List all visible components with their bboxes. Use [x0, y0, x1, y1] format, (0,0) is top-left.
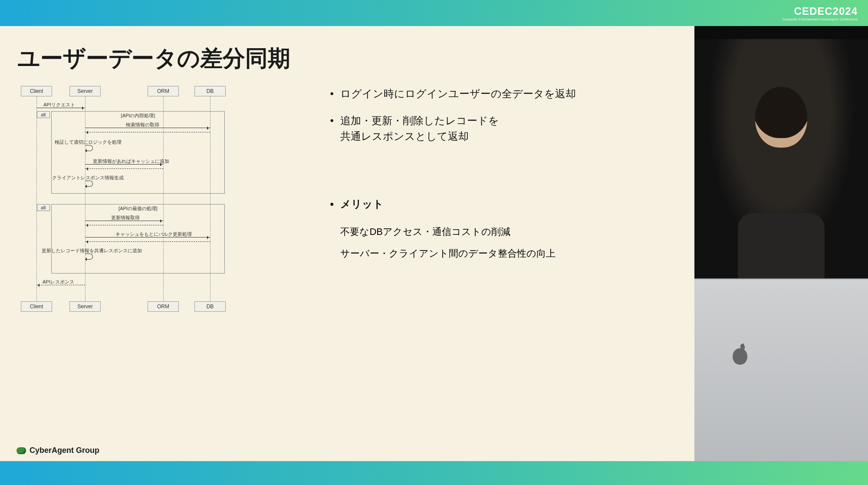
- msg-validate-logic: 検証して適切にロジックを処理: [55, 139, 122, 145]
- arrow-cache-if-update: [85, 164, 163, 165]
- merit-line-1: 不要なDBアクセス・通信コストの削減: [328, 223, 677, 241]
- arrow-bulk-update: [85, 237, 210, 238]
- participant-db-bottom: DB: [194, 301, 226, 312]
- laptop: [694, 278, 868, 461]
- msg-append-common: 更新したレコード情報を共通レスポンスに追加: [42, 247, 142, 254]
- arrow-update-fetch-return: [85, 225, 163, 225]
- lifeline-client: [36, 96, 37, 301]
- msg-update-fetch: 更新情報取得: [111, 214, 140, 221]
- text-column: ログイン時にログインユーザーの全データを返却 追加・更新・削除したレコードを 共…: [328, 86, 677, 312]
- slide-title: ユーザーデータの差分同期: [17, 43, 677, 74]
- arrow-cache-if-update-return: [85, 168, 163, 169]
- arrow-search-fetch: [85, 128, 210, 128]
- selfloop-append-common: [85, 254, 93, 260]
- footer-logo: CyberAgent Group: [16, 446, 99, 455]
- participant-orm-bottom: ORM: [148, 301, 179, 312]
- speaker-figure: [694, 39, 868, 278]
- msg-api-request: APIリクエスト: [43, 102, 75, 108]
- participant-server: Server: [69, 86, 101, 96]
- slide-body: Client Server ORM DB Client Server ORM D…: [17, 86, 677, 312]
- arrow-search-fetch-return: [85, 132, 210, 132]
- msg-cache-if-update: 更新情報があればキャッシュに追加: [93, 158, 169, 165]
- alt1-title: [APIの内部処理]: [121, 112, 155, 119]
- top-bar: CEDEC2024 Computer Entertainment Develop…: [0, 0, 868, 26]
- sequence-diagram: Client Server ORM DB Client Server ORM D…: [17, 86, 314, 312]
- arrow-bulk-update-return: [85, 241, 210, 242]
- participant-db: DB: [194, 86, 226, 96]
- speaker-panel: [694, 26, 868, 461]
- cyberagent-icon: [16, 447, 26, 454]
- arrow-api-request: [36, 108, 85, 108]
- msg-bulk-update: キャッシュをもとにバルク更新処理: [115, 231, 192, 238]
- slide: ユーザーデータの差分同期 Client Server ORM DB Client…: [0, 26, 694, 461]
- footer-logo-text: CyberAgent Group: [30, 446, 99, 455]
- apple-logo-icon: [733, 348, 747, 365]
- event-logo-sub: Computer Entertainment Developers Confer…: [783, 17, 858, 21]
- bullet-2: 追加・更新・削除したレコードを 共通レスポンスとして返却: [328, 113, 677, 144]
- participant-client: Client: [21, 86, 52, 96]
- msg-gen-client-resp: クライアントレスポンス情報生成: [52, 175, 124, 181]
- participant-client-bottom: Client: [21, 301, 52, 312]
- bullet-1: ログイン時にログインユーザーの全データを返却: [328, 86, 677, 102]
- alt1-label: alt: [37, 111, 50, 118]
- speaker-head: [755, 87, 807, 148]
- merit-title: メリット: [328, 196, 677, 212]
- participant-server-bottom: Server: [69, 301, 101, 312]
- selfloop-gen-resp: [85, 181, 93, 187]
- speaker-torso: [738, 213, 825, 278]
- alt2-title: [APIの最後の処理]: [118, 205, 158, 212]
- event-logo-text: CEDEC2024: [783, 5, 858, 17]
- bullet-list: ログイン時にログインユーザーの全データを返却 追加・更新・削除したレコードを 共…: [328, 86, 677, 144]
- bottom-gradient: [0, 461, 868, 485]
- participant-orm: ORM: [148, 86, 179, 96]
- merit-block: メリット 不要なDBアクセス・通信コストの削減 サーバー・クライアント間のデータ…: [328, 196, 677, 262]
- merit-line-2: サーバー・クライアント間のデータ整合性の向上: [328, 245, 677, 262]
- msg-search-fetch: 検索情報の取得: [126, 122, 159, 128]
- event-logo: CEDEC2024 Computer Entertainment Develop…: [783, 5, 858, 21]
- arrow-update-fetch: [85, 221, 163, 221]
- selfloop-validate: [85, 145, 93, 151]
- arrow-api-response: [36, 285, 85, 285]
- msg-api-response: APIレスポンス: [43, 279, 74, 285]
- alt2-label: alt: [37, 204, 50, 211]
- main-row: ユーザーデータの差分同期 Client Server ORM DB Client…: [0, 26, 868, 461]
